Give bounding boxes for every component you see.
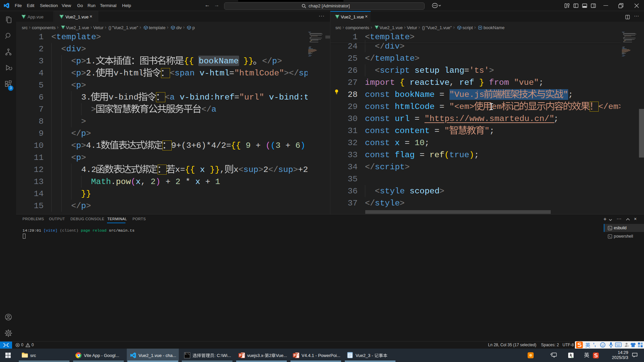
svg-text:P: P xyxy=(293,354,296,357)
svg-text:P: P xyxy=(239,354,241,357)
